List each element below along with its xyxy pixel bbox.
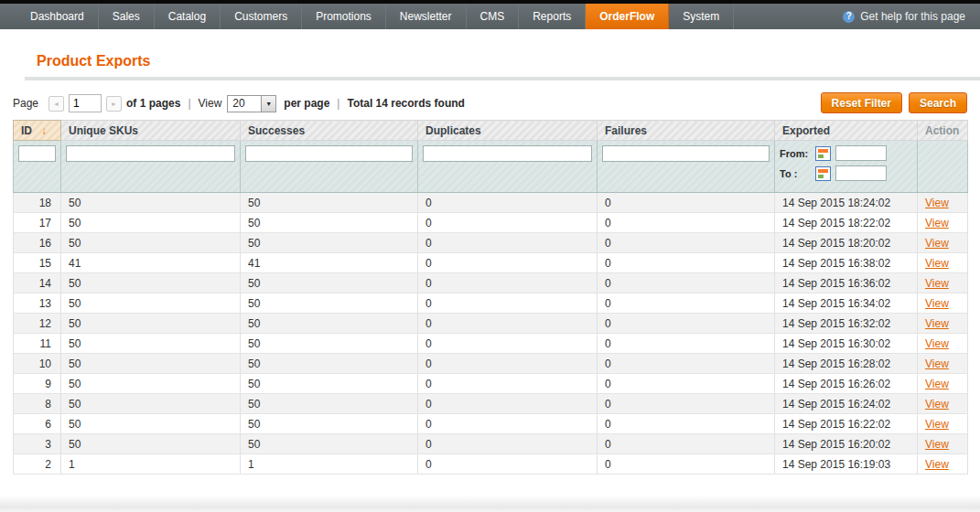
cell-exported: 14 Sep 2015 16:34:02 [775, 293, 918, 314]
get-help-link[interactable]: ? Get help for this page [843, 4, 980, 29]
grid-toolbar: Page ◄ ► of 1 pages | View 20 ▼ per page… [13, 92, 967, 114]
exported-from-input[interactable] [835, 145, 887, 161]
nav-item-system[interactable]: System [669, 4, 734, 29]
table-row: 10 50 50 0 0 14 Sep 2015 16:28:02 View [14, 354, 968, 374]
cell-unique-skus: 50 [61, 394, 241, 414]
column-header-successes[interactable]: Successes [241, 121, 418, 141]
nav-item-promotions[interactable]: Promotions [302, 4, 386, 29]
cell-duplicates: 0 [418, 273, 598, 293]
column-header-failures[interactable]: Failures [598, 121, 775, 141]
table-row: 3 50 50 0 0 14 Sep 2015 16:20:02 View [14, 434, 968, 454]
nav-item-sales[interactable]: Sales [99, 4, 155, 29]
cell-duplicates: 0 [418, 253, 598, 273]
table-row: 2 1 1 0 0 14 Sep 2015 16:19:03 View [14, 454, 968, 475]
view-link[interactable]: View [925, 438, 949, 451]
successes-filter-input[interactable] [245, 145, 413, 162]
cell-successes: 50 [241, 314, 418, 334]
main-nav: Dashboard Sales Catalog Customers Promot… [0, 4, 980, 29]
duplicates-filter-input[interactable] [423, 145, 592, 162]
view-link[interactable]: View [925, 317, 949, 330]
table-row: 14 50 50 0 0 14 Sep 2015 16:36:02 View [14, 273, 968, 293]
column-header-exported[interactable]: Exported [775, 121, 918, 141]
view-link[interactable]: View [925, 357, 949, 370]
view-link[interactable]: View [925, 297, 949, 310]
view-link[interactable]: View [925, 418, 949, 431]
nav-item-orderflow[interactable]: OrderFlow [586, 4, 669, 29]
cell-id: 15 [14, 253, 61, 273]
id-filter-input[interactable] [18, 145, 56, 162]
cell-unique-skus: 50 [61, 273, 241, 293]
product-exports-grid: ID↓ Unique SKUs Successes Duplicates Fai… [13, 120, 967, 475]
nav-item-cms[interactable]: CMS [467, 4, 520, 29]
cell-successes: 1 [241, 454, 418, 475]
per-page-select[interactable]: 20 ▼ [227, 95, 276, 112]
cell-failures: 0 [598, 253, 775, 273]
page-number-input[interactable] [69, 94, 102, 112]
table-row: 8 50 50 0 0 14 Sep 2015 16:24:02 View [14, 394, 968, 414]
toolbar-separator: | [337, 97, 339, 110]
cell-failures: 0 [598, 293, 775, 314]
per-page-selected-value: 20 [228, 97, 261, 110]
cell-failures: 0 [598, 394, 775, 414]
cell-id: 17 [14, 213, 61, 233]
column-header-id[interactable]: ID↓ [14, 121, 61, 141]
view-link[interactable]: View [925, 237, 949, 250]
cell-failures: 0 [598, 334, 775, 354]
cell-duplicates: 0 [418, 314, 598, 334]
cell-exported: 14 Sep 2015 16:32:02 [775, 314, 918, 334]
table-row: 12 50 50 0 0 14 Sep 2015 16:32:02 View [14, 314, 968, 334]
toolbar-separator: | [188, 97, 190, 110]
cell-successes: 50 [241, 434, 418, 454]
exported-to-input[interactable] [835, 165, 887, 181]
prev-page-button[interactable]: ◄ [48, 96, 64, 112]
cell-id: 18 [14, 193, 61, 213]
cell-unique-skus: 41 [61, 253, 241, 273]
view-link[interactable]: View [925, 277, 949, 290]
nav-item-catalog[interactable]: Catalog [155, 4, 221, 29]
nav-item-reports[interactable]: Reports [519, 4, 586, 29]
column-header-unique-skus[interactable]: Unique SKUs [61, 121, 241, 141]
cell-exported: 14 Sep 2015 16:19:03 [775, 454, 918, 475]
cell-exported: 14 Sep 2015 16:30:02 [775, 334, 918, 354]
header-row: ID↓ Unique SKUs Successes Duplicates Fai… [14, 121, 968, 141]
calendar-icon[interactable] [815, 166, 831, 181]
view-link[interactable]: View [925, 217, 949, 229]
cell-exported: 14 Sep 2015 18:20:02 [775, 233, 918, 253]
view-link[interactable]: View [925, 197, 949, 209]
cell-duplicates: 0 [418, 334, 598, 354]
cell-unique-skus: 50 [61, 193, 241, 213]
reset-filter-button[interactable]: Reset Filter [821, 92, 902, 113]
table-row: 6 50 50 0 0 14 Sep 2015 16:22:02 View [14, 414, 968, 434]
footer-fade [0, 496, 980, 512]
cell-duplicates: 0 [418, 414, 598, 434]
cell-successes: 50 [241, 334, 418, 354]
view-link[interactable]: View [925, 398, 949, 411]
view-link[interactable]: View [925, 378, 949, 390]
search-button[interactable]: Search [909, 92, 967, 113]
unique-skus-filter-input[interactable] [66, 145, 235, 162]
nav-item-newsletter[interactable]: Newsletter [386, 4, 467, 29]
help-icon: ? [843, 11, 855, 23]
calendar-icon[interactable] [815, 146, 831, 161]
per-page-text: per page [284, 97, 329, 110]
cell-exported: 14 Sep 2015 16:20:02 [775, 434, 918, 454]
cell-successes: 50 [241, 354, 418, 374]
nav-item-customers[interactable]: Customers [221, 4, 302, 29]
nav-item-dashboard[interactable]: Dashboard [16, 4, 99, 29]
cell-successes: 50 [241, 293, 418, 314]
cell-unique-skus: 50 [61, 374, 241, 394]
view-label: View [199, 97, 222, 110]
cell-unique-skus: 1 [61, 454, 241, 475]
cell-id: 10 [14, 354, 61, 374]
column-header-duplicates[interactable]: Duplicates [418, 121, 598, 141]
view-link[interactable]: View [925, 257, 949, 270]
next-page-button[interactable]: ► [106, 96, 122, 112]
cell-successes: 50 [241, 394, 418, 414]
cell-exported: 14 Sep 2015 16:24:02 [775, 394, 918, 414]
cell-duplicates: 0 [418, 394, 598, 414]
view-link[interactable]: View [925, 337, 949, 350]
view-link[interactable]: View [925, 458, 949, 471]
cell-exported: 14 Sep 2015 16:28:02 [775, 354, 918, 374]
failures-filter-input[interactable] [602, 145, 770, 162]
table-row: 18 50 50 0 0 14 Sep 2015 18:24:02 View [14, 193, 968, 213]
